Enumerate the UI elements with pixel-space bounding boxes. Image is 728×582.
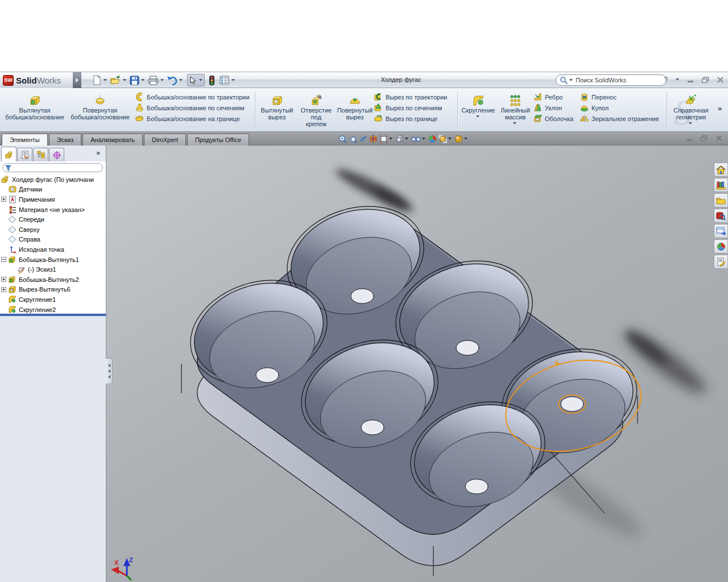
help-button[interactable]: ? [660, 74, 672, 85]
expander-plus[interactable] [1, 287, 6, 292]
help-dropdown[interactable] [676, 78, 679, 81]
tab-office-products[interactable]: Продукты Office [187, 134, 249, 146]
appearances-scenes-button[interactable] [714, 239, 727, 253]
move-item[interactable]: Перенос [580, 92, 659, 102]
new-document-button[interactable] [91, 73, 103, 87]
hide-show-items-button[interactable] [411, 134, 421, 144]
tab-property-manager[interactable] [17, 148, 32, 161]
panel-overflow-button[interactable]: » [96, 149, 100, 157]
tree-item-annotations[interactable]: Примечания [0, 194, 106, 205]
swept-boss-item[interactable]: Бобышка/основание по траектории [135, 92, 250, 102]
view-settings-dropdown[interactable] [464, 138, 468, 140]
solidworks-resources-button[interactable] [714, 163, 727, 177]
tree-item-material[interactable]: Материал <не указан> [0, 205, 106, 215]
expander-plus[interactable] [1, 277, 6, 282]
options-dropdown[interactable] [231, 79, 235, 81]
save-button[interactable] [129, 73, 140, 87]
search-dropdown[interactable] [569, 79, 573, 81]
close-button[interactable] [714, 74, 726, 85]
view-settings-button[interactable] [454, 134, 464, 144]
revolved-cut-button[interactable]: Повернутый вырез [336, 90, 374, 130]
expander-minus[interactable] [1, 257, 6, 262]
edit-appearance-button[interactable] [428, 134, 437, 144]
restore-button[interactable] [700, 74, 711, 85]
lofted-cut-item[interactable]: Вырез по сечениям [374, 102, 447, 113]
previous-view-button[interactable] [358, 134, 368, 144]
tree-item-boss-extrude2[interactable]: Бобышка-Вытянуть2 [0, 275, 106, 285]
revolved-boss-button[interactable]: Повернутая бобышка/основание [68, 90, 132, 130]
extruded-cut-button[interactable]: Вытянутый вырез [257, 90, 297, 130]
menu-flyout-button[interactable] [73, 72, 81, 88]
tree-item-sensors[interactable]: Датчики [0, 185, 106, 195]
design-library-button[interactable] [714, 178, 727, 192]
print-button[interactable] [147, 73, 160, 87]
apply-scene-button[interactable] [438, 134, 448, 144]
rib-item[interactable]: Ребро [533, 92, 573, 102]
custom-properties-button[interactable] [714, 255, 727, 269]
search-box[interactable]: Поиск SolidWorks [556, 74, 667, 86]
apply-scene-dropdown[interactable] [448, 138, 452, 140]
view-orientation-button[interactable] [379, 134, 388, 144]
lofted-boss-item[interactable]: Бобышка/основание по сечениям [135, 102, 250, 113]
tree-item-right-plane[interactable]: Справа [0, 235, 106, 245]
extruded-boss-button[interactable]: Вытянутая бобышка/основание [3, 90, 66, 130]
draft-item[interactable]: Уклон [533, 102, 573, 113]
tree-item-origin[interactable]: Исходная точка [0, 244, 106, 255]
display-style-button[interactable] [395, 134, 404, 144]
tab-features[interactable]: Элементы [2, 134, 48, 146]
tree-item-front-plane[interactable]: Спереди [0, 214, 106, 225]
graphics-viewport[interactable]: X Z [106, 146, 728, 582]
tab-featuremanager-tree[interactable] [1, 147, 16, 161]
doc-minimize-button[interactable] [685, 134, 694, 142]
rebuild-button[interactable] [208, 73, 216, 87]
minimize-button[interactable] [685, 74, 696, 85]
tree-item-fillet2[interactable]: Скругление2 [0, 305, 106, 315]
display-style-dropdown[interactable] [405, 138, 408, 140]
open-button[interactable] [109, 73, 122, 87]
tree-filter-box[interactable] [2, 163, 103, 172]
boundary-cut-item[interactable]: Вырез по границе [374, 113, 447, 124]
view-palette-button[interactable] [714, 224, 727, 238]
solidworks-search-button[interactable] [714, 209, 727, 223]
linear-pattern-dropdown[interactable] [513, 122, 516, 124]
options-button[interactable] [218, 73, 231, 87]
doc-close-button[interactable] [714, 134, 723, 142]
shell-item[interactable]: Оболочка [533, 113, 573, 124]
undo-dropdown[interactable] [179, 79, 183, 81]
ribbon-overflow-button[interactable]: » [718, 104, 722, 113]
tab-evaluate[interactable]: Анализировать [82, 134, 143, 146]
select-dropdown[interactable] [199, 79, 202, 81]
save-dropdown[interactable] [141, 79, 144, 81]
section-view-button[interactable] [369, 134, 378, 144]
zoom-to-fit-button[interactable] [338, 134, 348, 144]
hide-show-items-dropdown[interactable] [422, 138, 425, 140]
select-button[interactable] [188, 73, 198, 87]
fillet-button[interactable]: Скругление [460, 90, 497, 130]
tree-item-cut-extrude6[interactable]: Вырез-Вытянуть6 [0, 285, 106, 295]
open-dropdown[interactable] [123, 79, 126, 81]
reference-geometry-button[interactable]: Справочная геометрия [670, 90, 712, 130]
view-orientation-dropdown[interactable] [389, 138, 392, 140]
hole-wizard-button[interactable]: Отверстие под крепеж [298, 90, 334, 130]
tab-configuration-manager[interactable] [33, 148, 48, 161]
tree-item-boss-extrude1[interactable]: Бобышка-Вытянуть1 [0, 255, 106, 265]
tree-item-fillet1[interactable]: Скругление1 [0, 294, 106, 305]
panel-splitter-handle[interactable] [106, 358, 113, 384]
boundary-boss-item[interactable]: Бобышка/основание на границе [135, 113, 250, 124]
zoom-to-area-button[interactable] [348, 134, 358, 144]
expander-plus[interactable] [1, 197, 6, 202]
swept-cut-item[interactable]: Вырез по траектории [374, 92, 447, 102]
undo-button[interactable] [166, 73, 179, 87]
new-dropdown[interactable] [104, 79, 107, 81]
fillet-dropdown[interactable] [476, 115, 479, 118]
tree-item-top-plane[interactable]: Сверху [0, 225, 106, 235]
mirror-item[interactable]: Зеркальное отражение [580, 113, 659, 124]
print-dropdown[interactable] [160, 79, 164, 81]
file-explorer-button[interactable] [714, 193, 727, 207]
dome-item[interactable]: Купол [580, 102, 659, 113]
tree-item-part-root[interactable]: Холдер фугас (По умолчани [0, 174, 106, 185]
doc-restore-button[interactable] [700, 134, 709, 142]
linear-pattern-button[interactable]: Линейный массив [498, 90, 532, 130]
tab-dimxpert[interactable]: DimXpert [144, 134, 186, 146]
tab-dimxpert-manager[interactable] [49, 148, 64, 161]
